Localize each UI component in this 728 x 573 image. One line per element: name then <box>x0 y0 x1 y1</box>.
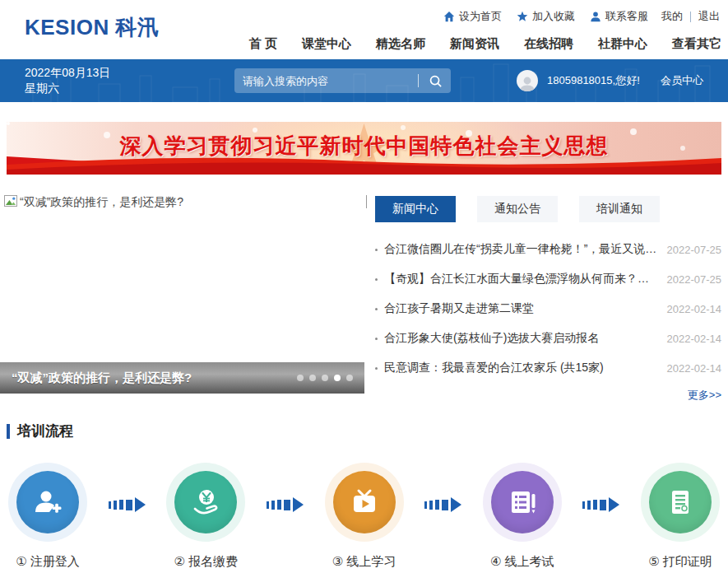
step-payment[interactable]: ② 报名缴费 <box>166 463 245 570</box>
news-date: 2022-07-25 <box>667 244 722 256</box>
bullet-icon <box>375 278 378 281</box>
contact-service-link[interactable]: 联系客服 <box>590 9 648 24</box>
slogan-banner[interactable]: 深入学习贯彻习近平新时代中国特色社会主义思想 <box>7 122 721 175</box>
avatar[interactable] <box>517 70 538 91</box>
carousel-dot[interactable] <box>297 375 304 381</box>
logo[interactable]: KESION 科汛 <box>25 13 159 42</box>
link-label: 加入收藏 <box>532 9 575 24</box>
carousel-dot[interactable] <box>334 375 341 381</box>
news-title[interactable]: 【奇观】合江长江水面大量绿色漂浮物从何而来？求证！ <box>384 272 657 286</box>
tab-training-notices[interactable]: 培训通知 <box>579 196 660 222</box>
news-carousel[interactable]: “双减”政策的推行，是利还是弊? “双减”政策的推行，是利还是弊? <box>0 191 364 394</box>
bullet-icon <box>375 249 378 251</box>
user-add-icon <box>16 471 79 533</box>
main-nav: 首 页 课堂中心 精选名师 新闻资讯 在线招聘 社群中心 查看其它 <box>249 36 721 52</box>
banner-sparkles-decoration <box>7 122 10 125</box>
carousel-broken-image: “双减”政策的推行，是利还是弊? <box>4 195 183 210</box>
news-row[interactable]: 合江微信圈儿在传“拐卖儿童一律枪毙！”，最近又说收买... 2022-07-25 <box>375 235 721 264</box>
arrow-icon <box>582 463 619 512</box>
step-online-exam[interactable]: ④ 线上考试 <box>483 463 562 570</box>
step-halo <box>641 463 720 542</box>
carousel-caption[interactable]: “双减”政策的推行，是利还是弊? <box>12 370 192 386</box>
nav-item-teachers[interactable]: 精选名师 <box>376 36 425 52</box>
step-label: ③ 线上学习 <box>332 554 396 570</box>
nav-item-home[interactable]: 首 页 <box>249 36 277 52</box>
nav-item-others[interactable]: 查看其它 <box>672 36 721 52</box>
news-title[interactable]: 合江微信圈儿在传“拐卖儿童一律枪毙！”，最近又说收买... <box>384 242 657 257</box>
info-bar: 2022年08月13日 星期六 18059818015,您好! 会员中心 <box>0 59 728 102</box>
divider-line <box>366 195 367 208</box>
tab-news-center[interactable]: 新闻中心 <box>375 196 456 222</box>
weekday-line: 星期六 <box>25 81 110 96</box>
home-icon <box>443 11 455 22</box>
news-title[interactable]: 民意调查：我最喜爱的合江农家乐 (共15家) <box>384 361 657 375</box>
news-date: 2022-02-14 <box>667 303 722 315</box>
search-divider <box>418 74 419 87</box>
step-halo <box>8 463 87 542</box>
news-date: 2022-02-14 <box>667 333 722 345</box>
step-halo <box>166 463 245 542</box>
divider <box>690 12 691 22</box>
news-tabs: 新闻中心 通知公告 培训通知 <box>375 196 721 222</box>
bullet-icon <box>375 367 378 370</box>
carousel-dot[interactable] <box>309 375 316 381</box>
news-row[interactable]: 民意调查：我最喜爱的合江农家乐 (共15家) 2022-02-14 <box>375 353 721 383</box>
utility-links: 设为首页 加入收藏 联系客服 我的 退出 <box>429 9 720 24</box>
search-input[interactable] <box>243 75 413 87</box>
step-halo <box>325 463 404 542</box>
logout-link[interactable]: 退出 <box>698 9 720 24</box>
bullet-icon <box>375 338 378 340</box>
nav-item-community[interactable]: 社群中心 <box>598 36 647 52</box>
more-link[interactable]: 更多>> <box>375 388 721 403</box>
arrow-icon <box>424 463 461 512</box>
video-play-icon <box>333 471 396 533</box>
member-center-link[interactable]: 会员中心 <box>661 73 703 88</box>
nav-item-jobs[interactable]: 在线招聘 <box>524 36 573 52</box>
news-panel: 新闻中心 通知公告 培训通知 合江微信圈儿在传“拐卖儿童一律枪毙！”，最近又说收… <box>375 196 721 403</box>
exam-list-icon <box>491 471 554 533</box>
carousel-caption-bar: “双减”政策的推行，是利还是弊? <box>0 362 364 394</box>
payment-icon <box>174 471 237 533</box>
link-label: 联系客服 <box>605 9 648 24</box>
carousel-alt-text: “双减”政策的推行，是利还是弊? <box>20 195 183 210</box>
step-register[interactable]: ① 注册登入 <box>8 463 87 570</box>
carousel-dot[interactable] <box>322 375 328 381</box>
certificate-icon <box>649 471 712 533</box>
step-halo <box>483 463 562 542</box>
step-label: ⑤ 打印证明 <box>648 554 712 570</box>
step-label: ④ 线上考试 <box>490 554 554 570</box>
news-row[interactable]: 【奇观】合江长江水面大量绿色漂浮物从何而来？求证！ 2022-07-25 <box>375 264 721 294</box>
link-label: 设为首页 <box>459 9 502 24</box>
add-favorite-link[interactable]: 加入收藏 <box>517 9 575 24</box>
star-icon <box>517 11 528 22</box>
user-area: 18059818015,您好! <box>517 70 640 91</box>
news-list: 合江微信圈儿在传“拐卖儿童一律枪毙！”，最近又说收买... 2022-07-25… <box>375 235 721 383</box>
step-label: ② 报名缴费 <box>174 554 238 570</box>
news-date: 2022-07-25 <box>667 273 722 286</box>
training-steps: ① 注册登入 ② 报名缴费 ③ 线上学习 <box>8 463 720 570</box>
header: KESION 科汛 设为首页 加入收藏 联系客服 我的 <box>0 0 728 59</box>
news-title[interactable]: 合江孩子暑期又走进第二课堂 <box>384 301 657 316</box>
person-icon <box>590 11 601 22</box>
news-row[interactable]: 合江形象大使(荔枝仙子)选拔大赛启动报名 2022-02-14 <box>375 324 721 353</box>
arrow-icon <box>109 463 146 512</box>
news-row[interactable]: 合江孩子暑期又走进第二课堂 2022-02-14 <box>375 294 721 324</box>
nav-item-classroom[interactable]: 课堂中心 <box>302 36 351 52</box>
search-icon[interactable] <box>429 74 443 88</box>
section-header: 培训流程 <box>7 422 73 440</box>
broken-image-icon <box>4 195 17 209</box>
date-display: 2022年08月13日 星期六 <box>25 65 110 96</box>
section-accent-bar <box>7 424 10 439</box>
section-title: 培训流程 <box>17 422 73 440</box>
tab-notices[interactable]: 通知公告 <box>477 196 558 222</box>
date-line: 2022年08月13日 <box>25 65 110 81</box>
carousel-dot[interactable] <box>346 375 353 381</box>
set-homepage-link[interactable]: 设为首页 <box>443 9 502 24</box>
nav-item-news[interactable]: 新闻资讯 <box>450 36 499 52</box>
step-online-study[interactable]: ③ 线上学习 <box>325 463 404 570</box>
step-print-certificate[interactable]: ⑤ 打印证明 <box>641 463 720 570</box>
news-title[interactable]: 合江形象大使(荔枝仙子)选拔大赛启动报名 <box>384 331 657 346</box>
news-date: 2022-02-14 <box>667 362 722 375</box>
bullet-icon <box>375 308 378 310</box>
my-link[interactable]: 我的 <box>661 9 683 24</box>
